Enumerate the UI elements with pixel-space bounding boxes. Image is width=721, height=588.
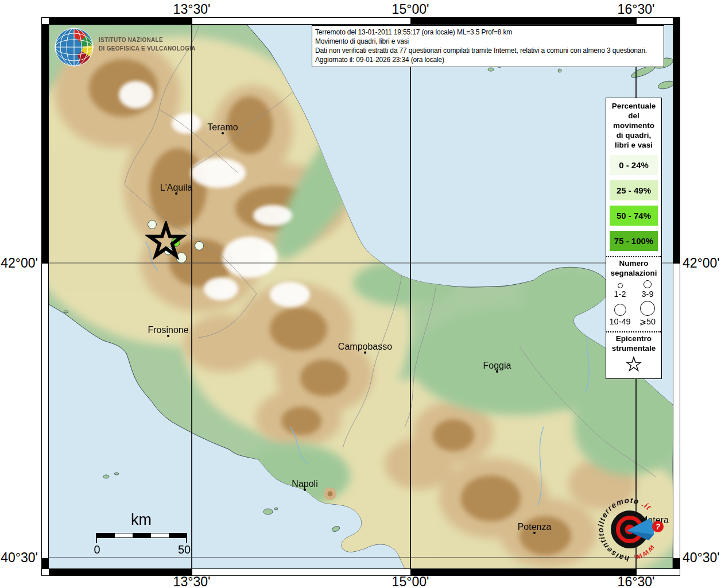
event-title-box: Terremoto del 13-01-2011 19:55:17 (ora l…	[312, 25, 664, 67]
count-item-3-9: 3-9	[634, 280, 661, 299]
count-item-50plus: ⩾50	[634, 301, 661, 326]
scalebar-start: 0	[94, 543, 100, 556]
frame-right-bar	[673, 17, 680, 568]
count-item-10-49: 10-49	[606, 301, 634, 326]
frame-top-bar	[41, 17, 680, 25]
axis-top-13-30: 13°30'	[173, 2, 211, 17]
count-circle-large	[614, 304, 626, 316]
axis-bottom-16-30: 16°30'	[618, 574, 655, 588]
city-dot	[222, 132, 224, 134]
city-dot	[533, 532, 536, 534]
legend-swatch-75-100: 75 - 100%	[610, 231, 658, 251]
city-label-teramo: Teramo	[207, 122, 238, 133]
count-circle-medium	[644, 280, 652, 288]
legend-epicenter-title: Epicentro strumentale	[606, 332, 661, 353]
scalebar-end: 50	[178, 543, 191, 556]
city-label-potenza: Potenza	[518, 522, 552, 532]
city-label-frosinone: Frosinone	[148, 325, 188, 335]
report-circle	[195, 241, 204, 250]
legend-percent-title: Percentuale del movimento di quadri, lib…	[606, 98, 661, 150]
ingv-text-line2: DI GEOFISICA E VULCANOLOGIA	[99, 44, 196, 53]
axis-right-40-30: 40°30'	[683, 550, 720, 566]
legend-counts-grid: 1-2 3-9 10-49 ⩾50	[606, 280, 661, 326]
axis-top-15-00: 15°00'	[392, 2, 429, 17]
city-label-napoli: Napoli	[292, 479, 317, 489]
legend-counts-title: Numero segnalazioni	[606, 257, 661, 278]
scalebar	[96, 533, 187, 538]
legend-swatch-25-49: 25 - 49%	[610, 180, 658, 200]
city-dot	[496, 370, 498, 373]
city-dot	[304, 489, 306, 491]
axis-left-42-00: 42°00'	[0, 256, 38, 271]
legend-swatch-0-24: 0 - 24%	[610, 155, 658, 175]
event-title-line: Terremoto del 13-01-2011 19:55:17 (ora l…	[315, 28, 661, 37]
frame-bottom-bar	[41, 568, 680, 576]
count-circle-small	[618, 283, 623, 288]
legend-panel: Percentuale del movimento di quadri, lib…	[606, 98, 662, 379]
haisentitoilterremoto-watermark: ? www. haisentitoilterremoto .it	[587, 486, 673, 572]
city-label-campobasso: Campobasso	[338, 342, 392, 352]
event-subtitle-line: Movimento di quadri, libri e vasi	[315, 37, 661, 46]
terrain-map	[49, 25, 673, 568]
ingv-logo-globe	[53, 25, 96, 69]
epicenter-star	[145, 221, 187, 262]
event-info-line: Dati non verificati estratti da 77 quest…	[315, 46, 661, 55]
axis-bottom-13-30: 13°30'	[173, 574, 211, 588]
legend-swatch-50-74: 50 - 74%	[610, 206, 658, 226]
city-dot	[364, 351, 366, 354]
map-page: Teramo L'Aquila Frosinone Campobasso Fog…	[0, 0, 721, 588]
ingv-logo-text: ISTITUTO NAZIONALE DI GEOFISICA E VULCAN…	[99, 36, 196, 53]
city-dot	[167, 335, 169, 337]
count-circle-xlarge	[640, 301, 655, 316]
ingv-text-line1: ISTITUTO NAZIONALE	[99, 36, 196, 44]
axis-top-16-30: 16°30'	[618, 2, 655, 17]
axis-bottom-15-00: 15°00'	[392, 574, 429, 588]
scalebar-tick	[96, 533, 97, 543]
city-label-foggia: Foggia	[483, 361, 511, 371]
city-label-laquila: L'Aquila	[160, 183, 192, 193]
axis-left-40-30: 40°30'	[0, 550, 38, 566]
frame-left-bar	[41, 25, 49, 568]
count-item-1-2: 1-2	[606, 280, 634, 299]
city-dot	[175, 192, 177, 195]
axis-right-42-00: 42°00'	[683, 256, 720, 271]
scalebar-tick	[186, 533, 187, 543]
question-mark: ?	[656, 522, 661, 531]
legend-epicenter-star-icon	[625, 355, 643, 374]
event-updated-line: Aggiornato il: 09-01-2026 23:34 (ora loc…	[315, 55, 661, 64]
scalebar-unit: km	[131, 511, 152, 529]
